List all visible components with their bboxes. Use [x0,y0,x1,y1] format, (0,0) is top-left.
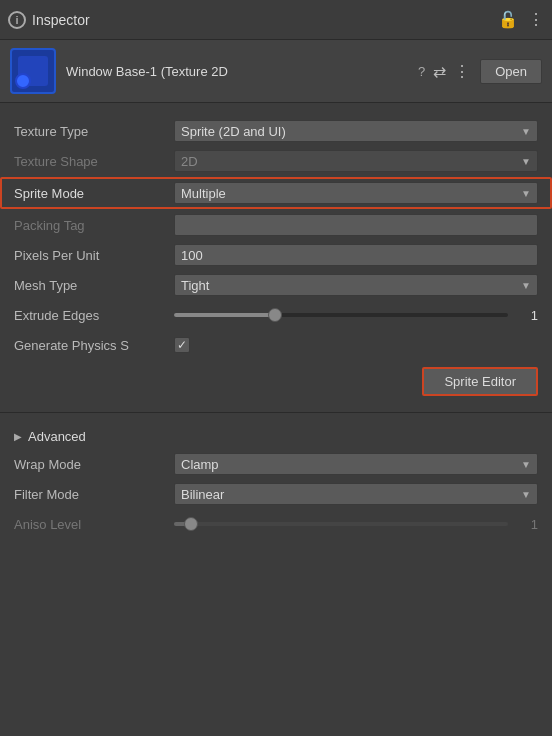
generate-physics-checkbox-container[interactable]: ✓ [174,337,538,353]
texture-type-row: Texture Type Sprite (2D and UI) ▼ [14,117,538,145]
wrap-mode-value[interactable]: Clamp ▼ [174,453,538,475]
pixels-per-unit-label: Pixels Per Unit [14,248,174,263]
chevron-down-icon: ▼ [521,280,531,291]
open-button[interactable]: Open [480,59,542,84]
packing-tag-row: Packing Tag [14,211,538,239]
pixels-per-unit-row: Pixels Per Unit [14,241,538,269]
sprite-editor-button[interactable]: Sprite Editor [422,367,538,396]
extrude-edges-slider-container: 1 [174,308,538,323]
aniso-level-row: Aniso Level 1 [14,510,538,538]
chevron-down-icon: ▼ [521,459,531,470]
texture-shape-row: Texture Shape 2D ▼ [14,147,538,175]
extrude-edges-label: Extrude Edges [14,308,174,323]
texture-shape-label: Texture Shape [14,154,174,169]
chevron-down-icon: ▼ [521,489,531,500]
advanced-section-header[interactable]: ▶ Advanced [0,423,552,450]
section-advanced: Wrap Mode Clamp ▼ Filter Mode Bilinear ▼… [0,450,552,538]
chevron-down-icon: ▼ [521,156,531,167]
aniso-level-slider[interactable] [174,522,508,526]
section-sub-properties: Packing Tag Pixels Per Unit Mesh Type Ti… [0,211,552,359]
advanced-label: Advanced [28,429,86,444]
filter-mode-row: Filter Mode Bilinear ▼ [14,480,538,508]
packing-tag-input[interactable] [174,214,538,236]
texture-type-dropdown[interactable]: Sprite (2D and UI) ▼ [174,120,538,142]
texture-type-label: Texture Type [14,124,174,139]
asset-icon [10,48,56,94]
sprite-mode-dropdown[interactable]: Multiple ▼ [174,182,538,204]
inspector-title: Inspector [32,12,90,28]
wrap-mode-row: Wrap Mode Clamp ▼ [14,450,538,478]
main-content: Texture Type Sprite (2D and UI) ▼ Textur… [0,103,552,538]
generate-physics-label: Generate Physics S [14,338,174,353]
extrude-edges-value: 1 [518,308,538,323]
pixels-per-unit-input-container[interactable] [174,244,538,266]
wrap-mode-label: Wrap Mode [14,457,174,472]
chevron-down-icon: ▼ [521,126,531,137]
sprite-mode-value[interactable]: Multiple ▼ [174,182,538,204]
extrude-edges-row: Extrude Edges 1 [14,301,538,329]
filter-mode-value[interactable]: Bilinear ▼ [174,483,538,505]
settings-icon[interactable]: ⇄ [433,62,446,81]
aniso-level-label: Aniso Level [14,517,174,532]
texture-shape-value[interactable]: 2D ▼ [174,150,538,172]
mesh-type-value[interactable]: Tight ▼ [174,274,538,296]
help-icon[interactable]: ? [418,64,425,79]
divider-1 [0,412,552,413]
triangle-icon: ▶ [14,431,22,442]
more-options-icon[interactable]: ⋮ [528,10,544,29]
mesh-type-dropdown[interactable]: Tight ▼ [174,274,538,296]
section-texture: Texture Type Sprite (2D and UI) ▼ Textur… [0,117,552,175]
header-more-icon[interactable]: ⋮ [454,62,470,81]
texture-type-value[interactable]: Sprite (2D and UI) ▼ [174,120,538,142]
packing-tag-label: Packing Tag [14,218,174,233]
generate-physics-checkbox[interactable]: ✓ [174,337,190,353]
lock-icon[interactable]: 🔓 [498,10,518,29]
sprite-mode-row-highlighted: Sprite Mode Multiple ▼ [0,177,552,209]
top-bar-actions: 🔓 ⋮ [498,10,544,29]
filter-mode-dropdown[interactable]: Bilinear ▼ [174,483,538,505]
sprite-editor-btn-row: Sprite Editor [0,361,552,402]
mesh-type-row: Mesh Type Tight ▼ [14,271,538,299]
top-bar: i Inspector 🔓 ⋮ [0,0,552,40]
mesh-type-label: Mesh Type [14,278,174,293]
wrap-mode-dropdown[interactable]: Clamp ▼ [174,453,538,475]
texture-shape-dropdown[interactable]: 2D ▼ [174,150,538,172]
aniso-level-value: 1 [518,517,538,532]
pixels-per-unit-input[interactable] [174,244,538,266]
info-icon: i [8,11,26,29]
extrude-edges-slider[interactable] [174,313,508,317]
asset-header: Window Base-1 (Texture 2D ? ⇄ ⋮ Open [0,40,552,103]
aniso-level-slider-container: 1 [174,517,538,532]
filter-mode-label: Filter Mode [14,487,174,502]
generate-physics-row: Generate Physics S ✓ [14,331,538,359]
chevron-down-icon: ▼ [521,188,531,199]
packing-tag-input-container[interactable] [174,214,538,236]
sprite-mode-label: Sprite Mode [14,186,174,201]
asset-title: Window Base-1 (Texture 2D [66,64,408,79]
header-icons: ? ⇄ ⋮ [418,62,470,81]
